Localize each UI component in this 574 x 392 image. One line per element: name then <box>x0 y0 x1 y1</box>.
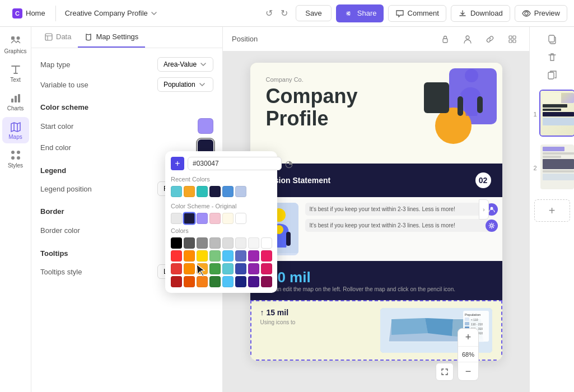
palette-color-3[interactable] <box>197 237 208 249</box>
page-2-thumb[interactable] <box>539 143 575 190</box>
graphics-label: Graphics <box>4 48 27 54</box>
cp-hex-input[interactable] <box>188 157 282 170</box>
start-color-row: Start color <box>40 118 213 134</box>
original-color-6[interactable] <box>235 213 246 224</box>
zoom-label: 68% <box>458 347 478 362</box>
stat2-amount: ↑ 15 mil <box>260 308 375 317</box>
person-icon[interactable] <box>460 31 475 47</box>
palette-color-4[interactable] <box>209 237 221 249</box>
sidebar-item-text[interactable]: Text <box>2 60 29 86</box>
zoom-in-button[interactable]: + <box>458 329 478 347</box>
sidebar-item-graphics[interactable]: Graphics <box>2 31 29 58</box>
comment-button[interactable]: Comment <box>388 5 446 22</box>
sidebar-item-styles[interactable]: Styles <box>2 146 29 172</box>
sidebar-item-maps[interactable]: Maps <box>2 117 29 143</box>
palette-color-pink3[interactable] <box>261 276 272 287</box>
grid-icon[interactable] <box>505 31 520 47</box>
text-icon <box>10 63 22 76</box>
collapse-panel-arrow[interactable]: › <box>479 199 489 220</box>
original-color-3[interactable] <box>197 213 208 224</box>
share-button[interactable]: Share <box>336 4 384 22</box>
mission-point-2: It's best if you keep your text within 2… <box>305 219 493 232</box>
zoom-out-button[interactable]: − <box>458 362 478 380</box>
cp-original-label: Color Scheme - Original <box>171 203 272 209</box>
original-color-1[interactable] <box>171 213 182 224</box>
svg-point-11 <box>11 156 15 160</box>
color-scheme-section: Color scheme Start color End color <box>40 103 213 155</box>
start-color-swatch[interactable] <box>198 118 213 134</box>
palette-color-purple2[interactable] <box>248 263 259 274</box>
stats-section: $10 mil You can edit the map on the left… <box>250 261 502 300</box>
palette-color-5[interactable] <box>222 237 234 249</box>
palette-color-purple3[interactable] <box>248 276 259 287</box>
tab-map-settings[interactable]: Map Settings <box>78 27 145 48</box>
palette-color-green1[interactable] <box>209 250 221 262</box>
palette-color-black[interactable] <box>171 237 182 249</box>
palette-color-indigo1[interactable] <box>235 250 246 262</box>
palette-color-orange1[interactable] <box>184 250 195 262</box>
sidebar-item-charts[interactable]: Charts <box>2 88 29 115</box>
palette-color-2[interactable] <box>184 237 195 249</box>
variable-label: Variable to use <box>40 81 88 89</box>
svg-point-10 <box>17 151 20 154</box>
delete-page-icon[interactable] <box>544 49 560 65</box>
svg-rect-26 <box>286 232 291 246</box>
palette-color-white[interactable] <box>261 237 272 249</box>
cp-eyedropper-button[interactable]: ◔ <box>285 158 293 169</box>
svg-text:< 110: < 110 <box>471 318 478 321</box>
palette-color-blue1[interactable] <box>222 250 234 262</box>
palette-color-red2[interactable] <box>171 263 182 274</box>
palette-color-6[interactable] <box>235 237 246 249</box>
recent-color-1[interactable] <box>171 186 182 197</box>
expand-button[interactable] <box>436 363 454 381</box>
undo-button[interactable]: ↺ <box>262 6 276 21</box>
download-button[interactable]: Download <box>451 5 510 22</box>
original-color-5[interactable] <box>222 213 234 224</box>
tab-data[interactable]: Data <box>38 27 78 48</box>
palette-color-7[interactable] <box>248 237 259 249</box>
palette-color-green3[interactable] <box>209 276 221 287</box>
position-label: Position <box>232 35 258 43</box>
save-button[interactable]: Save <box>296 5 332 21</box>
palette-color-yellow3[interactable] <box>197 276 208 287</box>
palette-color-teal2[interactable] <box>222 276 234 287</box>
cp-plus-button[interactable]: + <box>171 157 184 170</box>
original-color-2[interactable] <box>183 212 196 225</box>
palette-color-orange3[interactable] <box>184 276 195 287</box>
doc-title[interactable]: Creative Company Profile <box>60 7 162 20</box>
right-panel: 1 2 <box>529 27 574 392</box>
palette-color-indigo3[interactable] <box>235 276 246 287</box>
add-page-button[interactable]: + <box>534 199 570 222</box>
link-icon[interactable] <box>482 31 498 47</box>
page-1-thumb[interactable] <box>539 90 575 137</box>
palette-color-pink1[interactable] <box>261 250 272 262</box>
home-button[interactable]: C Home <box>7 6 51 21</box>
cp-original-colors <box>171 213 272 224</box>
original-color-4[interactable] <box>209 213 221 224</box>
palette-color-red1[interactable] <box>171 250 182 262</box>
recent-color-4[interactable] <box>209 186 221 197</box>
palette-color-yellow1[interactable] <box>197 250 208 262</box>
lock-icon[interactable] <box>437 31 453 47</box>
palette-color-indigo2[interactable] <box>235 263 246 274</box>
palette-color-orange2[interactable] <box>184 263 195 274</box>
recent-color-2[interactable] <box>184 186 195 197</box>
palette-color-teal1[interactable] <box>222 263 234 274</box>
recent-color-3[interactable] <box>197 186 208 197</box>
palette-color-green2[interactable] <box>209 263 221 274</box>
recent-color-6[interactable] <box>235 186 246 197</box>
variable-dropdown[interactable]: Population <box>157 77 213 92</box>
redo-button[interactable]: ↻ <box>277 6 291 21</box>
svg-text:C: C <box>15 10 20 17</box>
page-1-container: 1 <box>529 90 574 139</box>
main-layout: Graphics Text Charts Maps Styles Data <box>0 27 574 392</box>
preview-button[interactable]: Preview <box>515 5 567 22</box>
map-type-dropdown[interactable]: Area-Value <box>157 57 213 72</box>
duplicate-page-icon[interactable] <box>544 67 560 83</box>
palette-color-pink2[interactable] <box>261 263 272 274</box>
palette-color-purple1[interactable] <box>248 250 259 262</box>
copy-page-icon[interactable] <box>544 31 560 47</box>
recent-color-5[interactable] <box>222 186 234 197</box>
palette-color-red3[interactable] <box>171 276 182 287</box>
palette-color-yellow2[interactable] <box>197 263 208 274</box>
